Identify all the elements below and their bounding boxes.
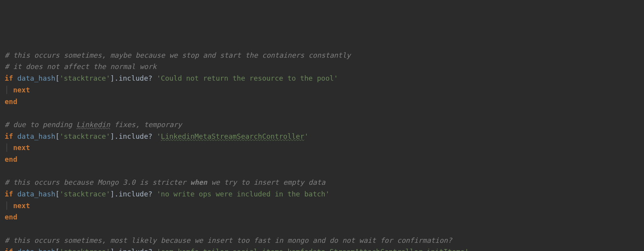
code-line: if data_hash['stacktrace'].include? 'Cou… xyxy=(5,72,639,84)
string: 'stacktrace' xyxy=(60,74,110,82)
method: include? xyxy=(119,190,153,198)
bracket: [ xyxy=(55,132,60,140)
indent-guide: │ xyxy=(5,143,13,152)
bracket: [ xyxy=(55,247,60,251)
code-editor[interactable]: # this occurs sometimes, maybe because w… xyxy=(5,49,639,251)
comment: fixes, temporary xyxy=(110,120,182,129)
code-line: # this occurs sometimes, most likely bec… xyxy=(5,235,639,246)
string: 'stacktrace' xyxy=(60,247,110,251)
comment: # this occurs sometimes, most likely bec… xyxy=(5,236,452,244)
keyword-next: next xyxy=(13,143,30,152)
string-part: .StreamAttachController.initItems' xyxy=(326,247,469,251)
comment: # this occurs sometimes, maybe because w… xyxy=(5,51,351,59)
string: 'stacktrace' xyxy=(60,132,110,140)
code-line: end xyxy=(5,211,639,223)
blank-line xyxy=(5,165,639,177)
comment-wavy: Linkedin xyxy=(76,120,110,129)
code-line: if data_hash['stacktrace'].include? 'Lin… xyxy=(5,131,639,142)
keyword-next: next xyxy=(13,202,30,210)
blank-line xyxy=(5,107,639,119)
identifier: data_hash xyxy=(18,190,56,198)
comment: we try to insert empty data xyxy=(207,178,325,186)
code-line: │ next xyxy=(5,84,639,96)
string-wavy: komfodata xyxy=(287,247,326,251)
identifier: data_hash xyxy=(18,132,56,140)
indent-guide: │ xyxy=(5,202,13,210)
code-line: # this occurs sometimes, maybe because w… xyxy=(5,49,639,61)
string-literal: 'no write ops were included in the batch… xyxy=(157,190,329,198)
string-wavy: tailer xyxy=(203,247,228,251)
indent-guide: │ xyxy=(5,86,13,94)
keyword-next: next xyxy=(13,86,30,94)
bracket: ] xyxy=(110,132,114,140)
keyword-end: end xyxy=(5,155,18,163)
method: include? xyxy=(119,247,153,251)
bracket: ] xyxy=(110,74,114,82)
code-line: # due to pending Linkedin fixes, tempora… xyxy=(5,119,639,131)
keyword-if: if xyxy=(5,74,13,82)
code-line: # this occurs because Mongo 3.0 is stric… xyxy=(5,177,639,188)
keyword-if: if xyxy=(5,190,13,198)
comment-keyword: when xyxy=(190,178,207,186)
method: include? xyxy=(119,132,153,140)
keyword-if: if xyxy=(5,132,13,140)
space xyxy=(152,247,157,251)
dot: . xyxy=(114,132,119,140)
string-quote: ' xyxy=(304,132,309,140)
space xyxy=(152,132,157,140)
comment: # this occurs because Mongo 3.0 is stric… xyxy=(5,178,190,186)
code-line: end xyxy=(5,154,639,165)
dot: . xyxy=(114,74,119,82)
bracket: [ xyxy=(55,190,60,198)
keyword-end: end xyxy=(5,97,18,106)
string-part: .social.items. xyxy=(228,247,287,251)
bracket: ] xyxy=(110,190,114,198)
comment: # it does not affect the normal work xyxy=(5,62,157,71)
dot: . xyxy=(114,247,119,251)
code-line: end xyxy=(5,96,639,108)
method: include? xyxy=(119,74,153,82)
comment: # due to pending xyxy=(5,120,76,129)
keyword-end: end xyxy=(5,213,18,221)
bracket: [ xyxy=(55,74,60,82)
bracket: ] xyxy=(110,247,114,251)
identifier: data_hash xyxy=(18,74,56,82)
code-line: │ next xyxy=(5,200,639,212)
blank-line xyxy=(5,223,639,235)
keyword-if: if xyxy=(5,247,13,251)
string-wavy: LinkedinMetaStreamSearchController xyxy=(161,132,304,140)
identifier: data_hash xyxy=(18,247,56,251)
string-quote: ' xyxy=(157,132,161,140)
space xyxy=(152,74,157,82)
dot: . xyxy=(114,190,119,198)
code-line: if data_hash['stacktrace'].include? 'com… xyxy=(5,246,639,251)
code-line: # it does not affect the normal work xyxy=(5,61,639,72)
string-literal: 'Could not return the resource to the po… xyxy=(157,74,338,82)
space xyxy=(152,190,157,198)
code-line: if data_hash['stacktrace'].include? 'no … xyxy=(5,188,639,200)
string: 'stacktrace' xyxy=(60,190,110,198)
string-part: 'com.komfo. xyxy=(157,247,203,251)
code-line: │ next xyxy=(5,142,639,154)
